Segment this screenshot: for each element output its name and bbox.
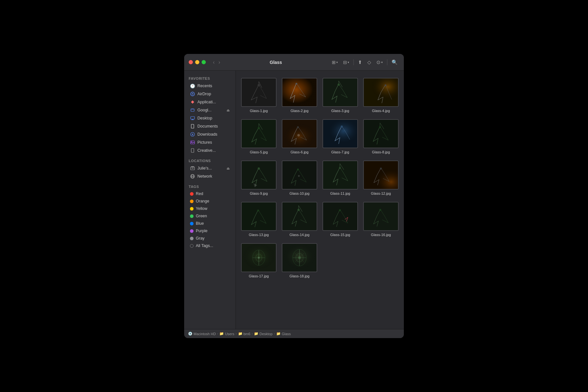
svg-point-48 [380, 168, 382, 170]
group-icon: ⊟ [343, 60, 347, 65]
action-button[interactable]: ⊙ ▾ [375, 58, 384, 67]
maximize-button[interactable] [202, 60, 206, 64]
sidebar-item-gray[interactable]: Gray [185, 235, 234, 242]
nav-buttons: ‹ › [212, 59, 222, 66]
file-name: Glass-7.jpg [331, 150, 349, 154]
yellow-tag-dot [190, 207, 194, 211]
breadcrumb-item-glass[interactable]: 📁 Glass [276, 332, 291, 336]
svg-rect-47 [364, 161, 398, 189]
sidebar-item-orange[interactable]: Orange [185, 198, 234, 205]
breadcrumb-item-macintosh[interactable]: 💿 Macintosh HD [188, 332, 216, 336]
file-item[interactable]: Glass-13.jpg [240, 200, 278, 239]
sidebar-item-pictures[interactable]: Pictures [185, 139, 234, 146]
tag-icon: ◇ [367, 59, 371, 65]
file-item[interactable]: Glass-3.jpg [321, 76, 359, 115]
chevron-icon: ▾ [348, 61, 349, 64]
sidebar-item-label: Documents [197, 124, 230, 129]
share-button[interactable]: ⬆ [356, 58, 364, 67]
breadcrumb-label: Macintosh HD [194, 332, 216, 336]
file-thumbnail [322, 119, 358, 148]
sidebar-item-label: Applicati... [197, 100, 230, 104]
file-item[interactable]: Glass-15.jpg [321, 200, 359, 239]
sidebar-item-yellow[interactable]: Yellow [185, 205, 234, 212]
file-item[interactable]: Glass-9.jpg [240, 159, 278, 197]
file-item[interactable]: Glass-10.jpg [280, 159, 319, 197]
sidebar-item-downloads[interactable]: Downloads [185, 130, 234, 138]
breadcrumb-label: Glass [282, 332, 291, 336]
forward-button[interactable]: › [217, 59, 221, 66]
eject-icon: ⏏ [226, 166, 230, 170]
divider [353, 59, 354, 65]
google-icon [190, 108, 195, 113]
view-grid-button[interactable]: ⊞ ▾ [330, 58, 340, 66]
view-group-button[interactable]: ⊟ ▾ [341, 58, 351, 66]
file-thumbnail [282, 78, 317, 107]
svg-point-9 [191, 141, 192, 142]
sidebar-item-purple[interactable]: Purple [185, 227, 234, 234]
close-button[interactable] [189, 60, 193, 64]
sidebar-item-airdrop[interactable]: AirDrop [185, 90, 234, 98]
breadcrumb-item-users[interactable]: 📁 Users [219, 332, 234, 336]
breadcrumb-item-desktop[interactable]: 📁 Desktop [254, 332, 272, 336]
back-button[interactable]: ‹ [212, 59, 216, 66]
share-icon: ⬆ [358, 59, 362, 65]
tag-button[interactable]: ◇ [366, 58, 373, 67]
creative-icon [190, 148, 195, 153]
svg-point-52 [298, 209, 300, 211]
svg-rect-22 [323, 78, 357, 106]
sidebar-item-network[interactable]: Network [185, 172, 234, 180]
svg-rect-41 [282, 161, 316, 189]
sidebar-item-blue[interactable]: Blue [185, 220, 234, 227]
file-item[interactable]: Glass-1.jpg [240, 76, 278, 115]
breadcrumb-separator: › [217, 332, 218, 335]
file-item[interactable]: Glass-11.jpg [321, 159, 359, 197]
search-button[interactable]: 🔍 [390, 58, 399, 67]
file-thumbnail [282, 202, 317, 231]
minimize-button[interactable] [195, 60, 199, 64]
file-item[interactable]: Glass-16.jpg [362, 200, 400, 239]
file-thumbnail [282, 160, 317, 190]
file-item[interactable]: Glass-17.jpg [240, 241, 278, 280]
sidebar-item-green[interactable]: Green [185, 212, 234, 220]
sidebar-item-red[interactable]: Red [185, 190, 234, 197]
svg-point-35 [341, 126, 343, 128]
svg-point-43 [297, 169, 299, 170]
sidebar-item-label: Yellow [196, 206, 230, 211]
file-item[interactable]: Glass-2.jpg [280, 76, 319, 115]
sidebar-item-creative[interactable]: Creative... [185, 147, 234, 154]
sidebar-item-applications[interactable]: Applicati... [185, 98, 234, 106]
sidebar-item-google[interactable]: Googl... ⏏ [185, 106, 234, 114]
sidebar-item-desktop[interactable]: Desktop [185, 114, 234, 122]
sidebar-item-label: Orange [196, 199, 230, 203]
svg-point-40 [258, 168, 260, 170]
file-item[interactable]: Glass-4.jpg [362, 76, 400, 115]
sidebar-item-recents[interactable]: 🕐 Recents [185, 82, 234, 90]
sidebar-item-label: Gray [196, 236, 230, 241]
eject-icon: ⏏ [226, 108, 230, 112]
file-thumbnail [241, 202, 277, 231]
svg-rect-49 [242, 202, 276, 230]
breadcrumb-label: Users [225, 332, 234, 336]
window-title: Glass [222, 60, 330, 65]
sidebar-item-julies[interactable]: Julie's... ⏏ [185, 164, 234, 172]
sidebar-item-label: AirDrop [197, 92, 230, 96]
file-item[interactable]: Glass-7.jpg [321, 117, 359, 156]
svg-point-37 [379, 126, 381, 128]
breadcrumb-item-bm6[interactable]: 📁 bm6 [238, 332, 250, 336]
svg-rect-20 [282, 78, 316, 106]
gray-tag-dot [190, 237, 194, 240]
breadcrumb-label: Desktop [259, 332, 272, 336]
file-item[interactable]: Glass-18.jpg [280, 241, 319, 280]
file-item[interactable]: Glass-6.jpg [280, 117, 319, 156]
file-name: Glass-9.jpg [250, 191, 268, 195]
file-item[interactable]: Glass-12.jpg [362, 159, 400, 197]
file-item[interactable]: Glass-5.jpg [240, 117, 278, 156]
sidebar-item-label: Recents [197, 84, 230, 88]
sidebar-item-documents[interactable]: Documents [185, 122, 234, 130]
sidebar-item-all-tags[interactable]: All Tags... [185, 242, 234, 249]
file-name: Glass-14.jpg [289, 233, 310, 237]
file-name: Glass-5.jpg [250, 150, 268, 154]
svg-rect-13 [192, 168, 194, 169]
file-item[interactable]: Glass-14.jpg [280, 200, 319, 239]
file-item[interactable]: Glass-8.jpg [362, 117, 400, 156]
